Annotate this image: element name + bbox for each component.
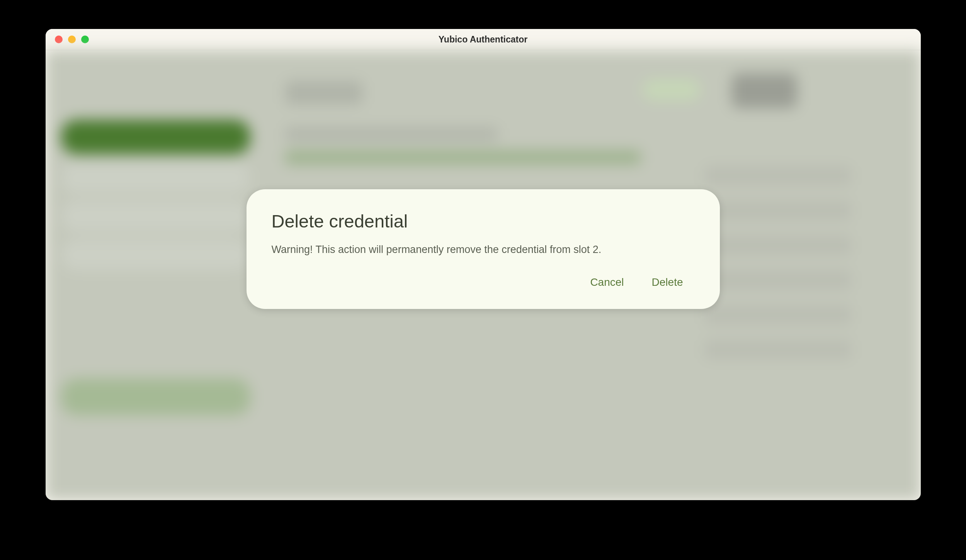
cancel-button[interactable]: Cancel [585, 273, 628, 292]
delete-credential-dialog: Delete credential Warning! This action w… [247, 189, 720, 309]
window-title: Yubico Authenticator [439, 34, 527, 45]
close-window-button[interactable] [55, 36, 63, 43]
delete-button[interactable]: Delete [647, 273, 688, 292]
dialog-actions: Cancel Delete [272, 273, 695, 292]
traffic-lights [46, 36, 89, 43]
dialog-title: Delete credential [272, 210, 695, 232]
maximize-window-button[interactable] [81, 36, 89, 43]
titlebar: Yubico Authenticator [46, 29, 921, 50]
dialog-body: Warning! This action will permanently re… [272, 243, 695, 257]
app-window: Yubico Authenticator Delete crede [46, 29, 921, 500]
minimize-window-button[interactable] [68, 36, 76, 43]
